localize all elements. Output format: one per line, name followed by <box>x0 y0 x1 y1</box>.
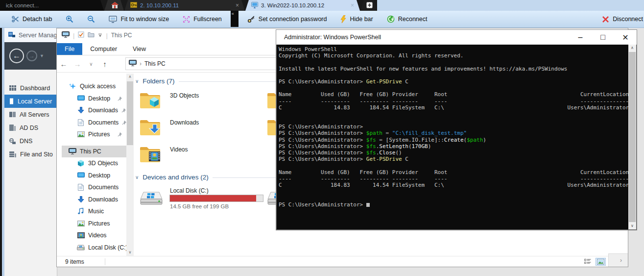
ribbon-tab-view[interactable]: View <box>125 43 154 55</box>
ribbon-tab-file[interactable]: File <box>57 43 82 55</box>
sidebar-item-dashboard[interactable]: Dashboard <box>4 81 57 95</box>
nav-dropdown-icon[interactable]: ▼ <box>40 53 44 58</box>
zoom-in-button[interactable] <box>59 11 80 27</box>
qat-check-icon[interactable] <box>78 31 84 39</box>
item-count: 9 items <box>57 258 84 265</box>
minimize-button[interactable]: – <box>569 30 592 45</box>
scroll-up-icon[interactable]: ∧ <box>628 45 636 51</box>
qat-dropdown-icon[interactable] <box>98 32 102 39</box>
downloads-icon <box>77 107 85 114</box>
tree-item-music[interactable]: Music <box>62 205 126 218</box>
disconnect-button[interactable]: Disconnect <box>595 11 644 27</box>
tree-item-downloads[interactable]: Downloads <box>62 194 126 206</box>
connection-toolbar: Detach tabFit to window sizeFullscreen«S… <box>0 11 644 28</box>
fit-to-window-button[interactable]: Fit to window size <box>102 11 176 27</box>
pictures-icon <box>77 221 85 226</box>
tree-item-label: 3D Objects <box>88 160 118 167</box>
tree-item-desktop[interactable]: Desktop <box>62 93 126 105</box>
sidebar-item-file-and-sto[interactable]: File and Sto <box>4 148 57 161</box>
cube-icon <box>77 160 85 167</box>
tab-label: 3. Win2022-10.10.200.12 <box>261 2 324 8</box>
star-icon <box>69 83 76 90</box>
sidebar-item-label: AD DS <box>20 125 38 131</box>
ribbon-tab-computer[interactable]: Computer <box>82 43 125 55</box>
sidebar-collapse-handle[interactable]: « <box>231 11 239 27</box>
scroll-down-icon[interactable]: ∨ <box>628 223 636 229</box>
powershell-title: Administrator: Windows PowerShell <box>284 34 569 41</box>
scroll-down-icon[interactable]: ∨ <box>126 249 134 256</box>
detach-tab-button[interactable]: Detach tab <box>5 11 59 27</box>
tree-item-local-disk-c-[interactable]: Local Disk (C:) <box>62 242 126 254</box>
scroll-up-icon[interactable]: ∧ <box>126 74 134 80</box>
terminal-line: PS C:\Users\Administrator> $path = "C:\f… <box>279 130 636 136</box>
session-tab-1[interactable]: ick connect... <box>0 0 104 11</box>
terminal-line: ---- --------- --------- -------- ---- -… <box>279 176 636 182</box>
forward-arrow-icon[interactable]: → <box>71 60 84 68</box>
zoom-out-icon <box>87 15 95 23</box>
folder-tile-downloads[interactable]: Downloads <box>139 117 262 143</box>
tree-item-pictures[interactable]: Pictures <box>62 128 126 141</box>
session-tab-4[interactable]: 3. Win2022-10.10.200.12× <box>245 0 360 11</box>
back-arrow-icon[interactable]: ← <box>57 60 71 68</box>
back-button[interactable]: ← <box>9 49 24 63</box>
scroll-right-button[interactable]: › <box>608 253 628 267</box>
folder-tile-3d-objects[interactable]: 3D Objects <box>139 90 262 116</box>
desktop-icon <box>77 95 85 101</box>
powershell-window[interactable]: Administrator: Windows PowerShell – □ ✕ … <box>276 29 637 230</box>
address-chevron-icon[interactable]: › <box>140 60 142 67</box>
folder-tile-videos[interactable]: Videos <box>139 144 262 170</box>
up-arrow-icon[interactable]: ↑ <box>98 60 112 68</box>
tree-item-quick-access[interactable]: Quick access <box>62 80 126 93</box>
fullscreen-button[interactable]: Fullscreen <box>176 11 229 27</box>
local-disk-tile[interactable]: Local Disk (C:) 14.5 GB free of 199 GB <box>139 187 262 213</box>
sidebar-item-local-server[interactable]: Local Server <box>4 95 57 108</box>
terminal-output[interactable]: Windows PowerShellCopyright (C) Microsof… <box>277 45 636 229</box>
terminal-line: ---- --------- --------- -------- ---- -… <box>279 98 636 104</box>
tree-item-desktop[interactable]: Desktop <box>62 170 126 182</box>
toolbar-button-label: Fullscreen <box>193 16 222 23</box>
server-manager-window[interactable]: Server Manager ← → ▼ DashboardLocal Serv… <box>4 28 57 276</box>
tree-item-3d-objects[interactable]: 3D Objects <box>62 157 126 170</box>
tree-item-documents[interactable]: Documents <box>62 117 126 129</box>
sidebar-item-label: DNS <box>20 138 32 145</box>
sidebar-item-ad-ds[interactable]: AD DS <box>4 121 57 134</box>
sm-dns-icon <box>9 138 16 144</box>
sm-dashboard-icon <box>9 85 16 91</box>
tab-close-icon[interactable]: × <box>235 2 240 9</box>
tab-bar-empty-area <box>377 0 644 11</box>
chevron-down-icon: ∨ <box>135 78 139 84</box>
maximize-button[interactable]: □ <box>592 30 614 45</box>
set-connection-password-button[interactable]: Set connection password <box>240 11 334 27</box>
computer-icon[interactable] <box>62 31 70 39</box>
terminal-cursor <box>366 203 370 207</box>
thumbs-view-icon[interactable] <box>596 258 605 265</box>
session-tab-2[interactable] <box>104 0 124 11</box>
close-button[interactable]: ✕ <box>614 30 637 45</box>
session-tab-3[interactable]: 2. 10.10.200.11× <box>124 0 245 11</box>
zoom-out-button[interactable] <box>80 11 102 27</box>
tab-close-icon[interactable]: × <box>350 2 355 9</box>
terminal-scrollbar[interactable]: ∧ ∨ <box>628 45 636 229</box>
explorer-status-bar: 9 items <box>57 256 628 267</box>
qat-folder-icon[interactable] <box>88 32 95 39</box>
sidebar-item-all-servers[interactable]: All Servers <box>4 108 57 121</box>
tree-scrollbar[interactable]: ∧ ∨ <box>126 74 134 256</box>
tree-item-this-pc[interactable]: This PC <box>62 146 126 158</box>
history-dropdown-icon[interactable]: ∨ <box>84 61 98 67</box>
lightning-icon <box>340 15 346 23</box>
reconnect-button[interactable]: Reconnect <box>380 11 434 27</box>
tree-item-videos[interactable]: Videos <box>62 229 126 242</box>
forward-button[interactable]: → <box>26 50 37 61</box>
new-tab-button[interactable] <box>360 0 377 11</box>
tree-item-pictures[interactable]: Pictures <box>62 218 126 230</box>
tab-label: 2. 10.10.200.11 <box>140 2 179 8</box>
tree-item-documents[interactable]: Documents <box>62 181 126 194</box>
scrollbar-thumb[interactable] <box>127 81 133 145</box>
plus-icon <box>366 2 373 9</box>
scrollbar-thumb[interactable] <box>629 52 636 222</box>
terminal-line <box>279 111 636 117</box>
details-view-icon[interactable] <box>583 258 592 265</box>
hide-bar-button[interactable]: Hide bar <box>334 11 380 27</box>
sidebar-item-dns[interactable]: DNS <box>4 134 57 148</box>
tree-item-downloads[interactable]: Downloads <box>62 104 126 117</box>
